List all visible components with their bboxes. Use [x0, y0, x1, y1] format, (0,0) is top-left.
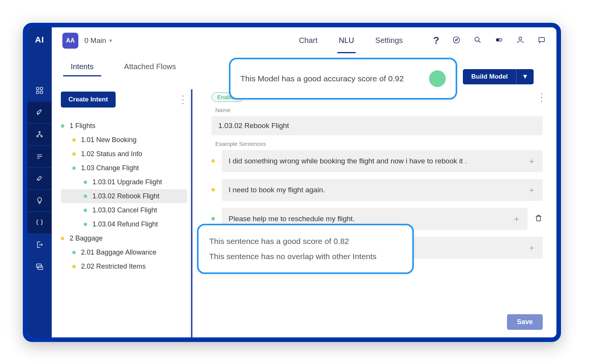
nav-rail: AI	[27, 27, 52, 337]
status-dot-icon	[211, 159, 215, 163]
build-model-button[interactable]: Build Model ▼	[463, 69, 534, 84]
workspace-name: 0 Main	[84, 36, 106, 45]
nav-pin-icon[interactable]	[27, 102, 52, 123]
chevron-down-icon: ▼	[108, 38, 113, 43]
tree-label: 1.03.01 Upgrade Flight	[92, 178, 162, 186]
content-tab-intents[interactable]: Intents	[63, 58, 101, 76]
intent-panel-menu-icon[interactable]: ···	[182, 94, 184, 105]
sentence-score-tooltip: This sentence has a good score of 0.82 T…	[197, 224, 414, 274]
svg-point-5	[37, 136, 38, 137]
status-dot-icon	[72, 138, 76, 142]
svg-point-6	[41, 136, 43, 137]
tree-item-status-info[interactable]: 1.02 Status and Info	[61, 147, 187, 161]
content-tab-attached-flows[interactable]: Attached Flows	[116, 58, 184, 76]
delete-example-icon[interactable]	[534, 214, 543, 224]
tree-item-rebook-flight[interactable]: 1.03.02 Rebook Flight	[61, 189, 187, 203]
nav-plug-icon[interactable]	[27, 168, 52, 189]
status-dot-icon	[61, 124, 64, 128]
svg-marker-13	[455, 39, 458, 41]
example-text: I need to book my flight again.	[229, 186, 325, 194]
nav-grid-icon[interactable]	[27, 80, 52, 101]
svg-rect-11	[38, 266, 43, 269]
svg-point-14	[475, 37, 479, 41]
workspace-badge[interactable]: AA	[62, 33, 78, 49]
build-model-label[interactable]: Build Model	[463, 69, 516, 84]
svg-rect-0	[37, 87, 39, 90]
topbar: AA 0 Main ▼ Chart NLU Settings ?	[52, 27, 556, 54]
tree-item-cancel-flight[interactable]: 1.03.03 Cancel Flight	[61, 203, 187, 217]
tree-item-new-booking[interactable]: 1.01 New Booking	[61, 133, 187, 147]
status-dot-icon	[84, 195, 87, 198]
accuracy-score-indicator	[429, 70, 446, 87]
search-icon[interactable]	[474, 36, 482, 46]
examples-field-label: Example Sentences	[215, 141, 543, 147]
add-example-icon[interactable]: ＋	[528, 155, 536, 167]
tree-item-upgrade-flight[interactable]: 1.03.01 Upgrade Flight	[61, 175, 187, 189]
sentence-tooltip-line2: This sentence has no overlap with other …	[209, 249, 402, 264]
accuracy-tooltip-text: This Model has a good accuracy score of …	[240, 74, 421, 83]
tab-nlu[interactable]: NLU	[337, 33, 356, 48]
status-dot-icon	[84, 209, 87, 212]
compass-icon[interactable]	[452, 36, 461, 46]
tree-label: 1.01 New Booking	[81, 136, 137, 144]
add-example-icon[interactable]: ＋	[512, 213, 521, 225]
help-icon[interactable]: ?	[433, 35, 439, 46]
svg-point-16	[496, 38, 499, 41]
svg-rect-2	[37, 91, 39, 93]
app-logo: AI	[35, 35, 44, 45]
tree-item-baggage[interactable]: 2 Baggage	[61, 231, 187, 245]
tree-label: 1.03 Change Flight	[81, 164, 139, 172]
svg-line-15	[479, 41, 481, 43]
tree-label: 1.03.03 Cancel Flight	[92, 206, 157, 214]
user-icon[interactable]	[516, 36, 524, 46]
build-model-dropdown[interactable]: ▼	[516, 69, 534, 84]
example-sentence-input[interactable]: I need to book my flight again. ＋	[222, 179, 543, 201]
svg-rect-10	[37, 264, 41, 267]
toggle-icon[interactable]	[495, 36, 503, 46]
svg-point-4	[39, 131, 40, 133]
tree-label: 2.01 Baggage Allowance	[81, 248, 156, 256]
svg-point-17	[499, 38, 502, 41]
svg-rect-19	[539, 37, 545, 41]
nav-chat-icon[interactable]	[27, 256, 52, 277]
tab-chart[interactable]: Chart	[297, 33, 319, 48]
add-example-icon[interactable]: ＋	[528, 242, 536, 253]
intent-name-input[interactable]: 1.03.02 Rebook Flight	[211, 116, 543, 135]
example-sentence-input[interactable]: I did something wrong while booking the …	[222, 150, 543, 172]
detail-menu-icon[interactable]: ···	[540, 92, 543, 103]
svg-point-12	[453, 36, 460, 43]
tree-item-restricted-items[interactable]: 2.02 Restricted Items	[61, 260, 187, 274]
tree-label: 2 Baggage	[70, 234, 103, 242]
status-dot-icon	[72, 166, 76, 170]
tree-item-flights[interactable]: 1 Flights	[61, 119, 187, 133]
tree-item-baggage-allowance[interactable]: 2.01 Baggage Allowance	[61, 245, 187, 260]
nav-braces-icon[interactable]	[27, 212, 52, 233]
svg-rect-3	[40, 91, 43, 93]
example-text: I did something wrong while booking the …	[229, 157, 467, 165]
workspace-selector[interactable]: 0 Main ▼	[84, 36, 113, 45]
message-icon[interactable]	[537, 36, 546, 46]
nav-logout-icon[interactable]	[27, 234, 52, 255]
intent-tree-panel: Create Intent ··· 1 Flights 1.01 New Boo…	[52, 89, 192, 337]
tree-item-refund-flight[interactable]: 1.03.04 Refund Flight	[61, 217, 187, 231]
tab-settings[interactable]: Settings	[374, 33, 404, 48]
status-dot-icon	[211, 217, 215, 220]
create-intent-button[interactable]: Create Intent	[61, 92, 116, 108]
save-button[interactable]: Save	[507, 314, 543, 330]
status-dot-icon	[72, 251, 76, 254]
nav-bulb-icon[interactable]	[27, 190, 52, 211]
accuracy-tooltip: This Model has a good accuracy score of …	[229, 58, 457, 100]
nav-list-icon[interactable]	[27, 146, 52, 167]
status-dot-icon	[211, 188, 215, 191]
tree-label: 2.02 Restricted Items	[81, 263, 146, 271]
tree-label: 1.02 Status and Info	[81, 150, 142, 158]
nav-sitemap-icon[interactable]	[27, 124, 52, 145]
tree-item-change-flight[interactable]: 1.03 Change Flight	[61, 161, 187, 175]
add-example-icon[interactable]: ＋	[528, 184, 536, 196]
name-field-label: Name	[215, 107, 543, 113]
status-dot-icon	[72, 265, 76, 268]
status-dot-icon	[61, 237, 64, 240]
tree-label: 1 Flights	[70, 122, 95, 130]
tree-label: 1.03.02 Rebook Flight	[92, 192, 159, 200]
tree-label: 1.03.04 Refund Flight	[92, 220, 158, 228]
